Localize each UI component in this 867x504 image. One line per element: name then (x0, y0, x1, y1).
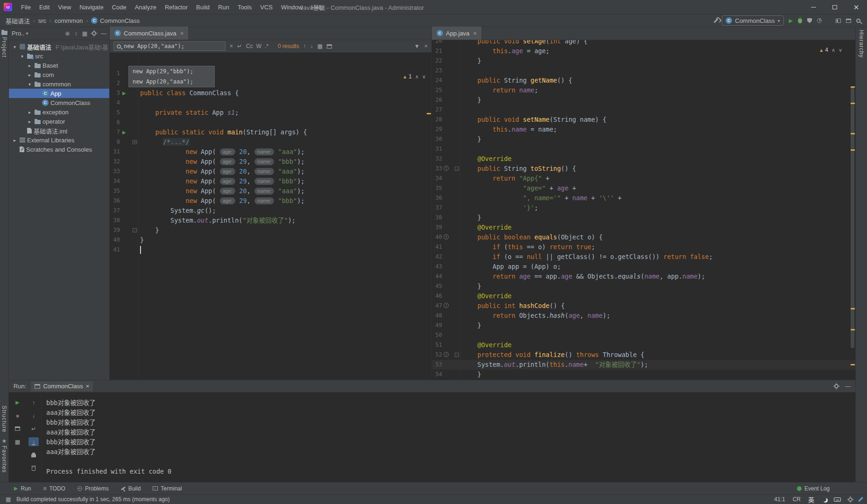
line-number[interactable]: 42 (432, 252, 442, 262)
hide-panel-icon[interactable]: — (101, 31, 106, 36)
tool-button-structure[interactable]: Structure (0, 403, 8, 435)
code-line[interactable]: 45 } (432, 281, 855, 291)
close-button[interactable]: ✕ (846, 0, 867, 14)
tree-item-Baset[interactable]: ▸Baset (9, 61, 109, 70)
breadcrumb-item[interactable]: 基础语法 (6, 16, 30, 25)
newline-icon[interactable]: ↵ (237, 43, 242, 49)
hide-panel-icon[interactable]: — (845, 384, 851, 389)
code-line[interactable]: 34 return "App{" + (432, 174, 855, 183)
line-number[interactable]: 1 (110, 69, 120, 78)
hide-windows-icon[interactable] (836, 19, 841, 23)
line-number[interactable]: 4 (110, 98, 120, 108)
next-match-icon[interactable]: ↓ (310, 43, 313, 49)
code-line[interactable]: 35 "age=" + age + (432, 183, 855, 193)
line-number[interactable]: 8 (110, 137, 120, 147)
code-line[interactable]: 41 if (this == o) return true; (432, 242, 855, 252)
code-line[interactable]: 47↑ public int hashCode() { (432, 301, 855, 311)
caret-position[interactable]: 41:1 (774, 496, 785, 503)
ime-settings-icon[interactable] (848, 497, 853, 502)
minimize-button[interactable] (803, 0, 824, 14)
ime-language[interactable]: 英 (808, 495, 814, 504)
line-number[interactable]: 49 (432, 321, 442, 330)
search-history-item[interactable]: new App(29,"bbb"); (129, 66, 214, 77)
tree-arrow-icon[interactable]: ▸ (27, 119, 33, 124)
code-line[interactable]: 49 } (432, 321, 855, 330)
line-number[interactable]: 31 (432, 144, 442, 154)
close-icon[interactable]: × (86, 383, 90, 390)
breadcrumb-item[interactable]: CommonClass (91, 17, 140, 24)
code-line[interactable]: 36 new App( age: 29, name: "bbb"); (110, 196, 431, 206)
run-arrow-icon[interactable]: ▶ (122, 127, 126, 137)
code-line[interactable]: 35 new App( age: 20, name: "aaa"); (110, 186, 431, 196)
code-line[interactable]: 33↑- public String toString() { (432, 164, 855, 174)
tool-button-hierarchy[interactable]: Hierarchy (856, 27, 867, 61)
code-line[interactable]: 21 this.age = age; (432, 46, 855, 56)
line-number[interactable]: 43 (432, 262, 442, 272)
override-icon[interactable]: ↑ (444, 234, 449, 239)
line-number[interactable]: 35 (432, 183, 442, 193)
menu-edit[interactable]: Edit (35, 0, 54, 14)
run-button[interactable]: ▶ (789, 18, 793, 24)
menu-build[interactable]: Build (192, 0, 214, 14)
code-line[interactable]: 26 } (432, 95, 855, 105)
code-line[interactable]: 51 @Override (432, 340, 855, 350)
highlight-icon[interactable] (327, 44, 332, 49)
console-output[interactable]: bbb对象被回收了aaa对象被回收了bbb对象被回收了aaa对象被回收了bbb对… (42, 392, 855, 482)
run-config-combo[interactable]: CommonClass ▾ (722, 15, 783, 26)
line-number[interactable]: 50 (432, 330, 442, 340)
event-log-button[interactable]: Event Log (797, 485, 830, 492)
code-line[interactable]: 25 return name; (432, 85, 855, 95)
code-line[interactable]: 22 } (432, 56, 855, 66)
layout-button[interactable] (13, 424, 23, 433)
line-number[interactable]: 20 (432, 40, 442, 46)
code-line[interactable]: 52↑- protected void finalize() throws Th… (432, 350, 855, 360)
search-icon[interactable] (856, 19, 860, 23)
tree-item-src[interactable]: ▾src (9, 51, 109, 61)
tool-window-button-build[interactable]: Build (121, 485, 141, 492)
line-number[interactable]: 21 (432, 46, 442, 56)
override-icon[interactable]: ↑ (444, 303, 449, 308)
line-number[interactable]: 26 (432, 95, 442, 105)
grid-icon[interactable]: ▦ (82, 31, 87, 36)
code-line[interactable]: 38 System.out.println("对象被回收了"); (110, 216, 431, 225)
line-number[interactable]: 33 (110, 167, 120, 176)
gear-icon[interactable] (92, 31, 96, 35)
code-line[interactable]: 31 new App( age: 20, name: "aaa"); (110, 147, 431, 157)
code-line[interactable]: 33 new App( age: 20, name: "aaa"); (110, 167, 431, 176)
pin-button[interactable]: ▦ (13, 437, 23, 446)
maximize-button[interactable] (824, 0, 846, 14)
line-number[interactable]: 37 (110, 206, 120, 216)
line-number[interactable]: 52 (432, 350, 442, 360)
override-icon[interactable]: ↑ (444, 352, 449, 357)
line-number[interactable]: 27 (432, 105, 442, 115)
tree-item-operator[interactable]: ▸operator (9, 117, 109, 126)
fold-icon[interactable]: - (455, 167, 459, 171)
tree-arrow-icon[interactable]: ▾ (27, 82, 33, 87)
pen-icon[interactable] (858, 497, 863, 502)
line-number[interactable]: 31 (110, 147, 120, 157)
code-line[interactable]: 6 (110, 118, 431, 127)
code-line[interactable]: 36 ", name='" + name + '\'' + (432, 193, 855, 203)
search-input[interactable]: new App(20,"aaa"); (113, 42, 226, 51)
code-line[interactable]: 5 private static App s1; (110, 108, 431, 118)
scroll-end-button[interactable]: ↓ (28, 437, 39, 446)
line-number[interactable]: 40 (432, 232, 442, 242)
tree-arrow-icon[interactable]: ▾ (19, 54, 25, 59)
code-line[interactable]: 34 new App( age: 29, name: "bbb"); (110, 176, 431, 186)
down-button[interactable]: ↓ (28, 411, 39, 420)
moon-icon[interactable] (822, 497, 826, 502)
line-number[interactable]: 34 (110, 176, 120, 186)
tool-button-project[interactable]: Project (0, 27, 8, 60)
menu-file[interactable]: File (17, 0, 35, 14)
line-number[interactable]: 22 (432, 56, 442, 66)
line-number[interactable]: 41 (110, 245, 120, 255)
code-line[interactable]: 3▶public class CommonClass { (110, 88, 431, 98)
tool-window-button-run[interactable]: ▶Run (14, 485, 31, 492)
code-line[interactable]: 42 if (o == null || getClass() != o.getC… (432, 252, 855, 262)
breadcrumb-item[interactable]: commmon (55, 17, 83, 24)
code-line[interactable]: 41 (110, 245, 431, 255)
line-number[interactable]: 37 (432, 203, 442, 213)
clear-button[interactable] (28, 463, 39, 472)
code-line[interactable]: 54 } (432, 370, 855, 379)
code-line[interactable]: 32 new App( age: 29, name: "bbb"); (110, 157, 431, 167)
